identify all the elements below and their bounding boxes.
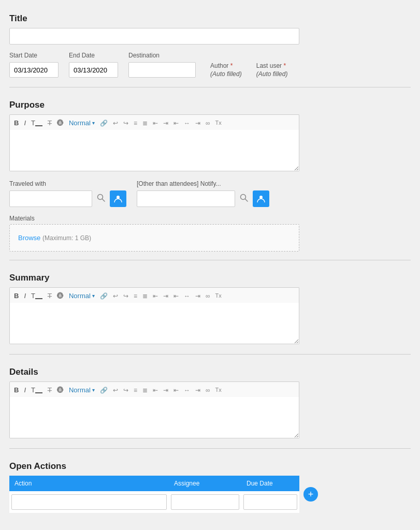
details-indent-increase-btn[interactable]: ⇥: [161, 386, 170, 394]
last-user-field: Last user * (Auto filled): [256, 62, 288, 78]
action-col-header: Action: [9, 476, 169, 491]
details-editor: B I T T̶ 🅐 Normal ▾ 🔗 ↩ ↪ ≡ ≣ ⇤ ⇥: [9, 381, 299, 440]
purpose-toolbar-buttons: B I T T̶ 🅐 Normal ▾ 🔗 ↩ ↪ ≡ ≣ ⇤ ⇥: [10, 115, 299, 130]
open-actions-label: Open Actions: [9, 457, 411, 472]
start-date-input[interactable]: [9, 62, 59, 78]
divider-2: [9, 260, 411, 260]
details-underline-btn[interactable]: T: [29, 386, 45, 394]
list-ol-btn[interactable]: ≣: [140, 119, 150, 127]
summary-underline-btn[interactable]: T: [29, 291, 45, 300]
summary-strikethrough-btn[interactable]: T̶: [46, 291, 54, 300]
details-italic-btn[interactable]: I: [22, 386, 28, 394]
summary-list-ol-btn[interactable]: ≣: [140, 292, 150, 300]
summary-normal-dropdown[interactable]: Normal ▾: [67, 291, 97, 301]
normal-dropdown[interactable]: Normal ▾: [67, 118, 97, 128]
purpose-toolbar: B I T T̶ 🅐 Normal ▾ 🔗 ↩ ↪ ≡ ≣ ⇤ ⇥: [9, 114, 299, 130]
details-link-btn[interactable]: 🔗: [98, 386, 110, 394]
align-right-btn[interactable]: ⇥: [193, 119, 202, 127]
align-left-btn[interactable]: ⇤: [171, 119, 181, 127]
details-normal-dropdown[interactable]: Normal ▾: [67, 385, 97, 395]
destination-input[interactable]: [128, 62, 196, 78]
summary-italic-btn[interactable]: I: [22, 291, 28, 300]
title-section: Title: [9, 9, 411, 45]
notify-person-btn[interactable]: [253, 190, 269, 207]
notify-input[interactable]: [137, 190, 235, 207]
end-date-input[interactable]: [69, 62, 118, 78]
summary-align-left-btn[interactable]: ⇤: [171, 292, 181, 300]
summary-section-label: Summary: [9, 269, 411, 283]
assignee-input[interactable]: [171, 494, 239, 510]
bold-btn[interactable]: B: [12, 119, 21, 127]
details-list-ol-btn[interactable]: ≣: [140, 386, 150, 394]
browse-btn[interactable]: Browse: [18, 234, 40, 242]
traveled-with-input[interactable]: [9, 190, 92, 207]
indent-increase-btn[interactable]: ⇥: [161, 119, 170, 127]
align-center-btn[interactable]: ↔: [182, 119, 192, 127]
summary-align-right-btn[interactable]: ⇥: [193, 292, 202, 300]
traveled-with-input-row: [9, 190, 126, 207]
add-action-row-btn[interactable]: +: [303, 487, 318, 502]
author-label: Author *: [210, 62, 242, 69]
details-bold-btn[interactable]: B: [12, 386, 21, 394]
summary-indent-decrease-btn[interactable]: ⇤: [151, 292, 160, 300]
details-align-center-btn[interactable]: ↔: [182, 386, 192, 394]
divider-4: [9, 448, 411, 449]
summary-link-btn[interactable]: 🔗: [98, 292, 110, 300]
actions-table-header-row: Action Assignee Due Date: [9, 476, 299, 491]
details-special-chars-btn[interactable]: ∞: [204, 386, 212, 394]
start-date-label: Start Date: [9, 52, 59, 59]
person-icon: [113, 194, 123, 203]
summary-special-chars-btn[interactable]: ∞: [204, 292, 212, 300]
notify-label: [Other than attendees] Notify...: [137, 180, 269, 187]
details-section: Details B I T T̶ 🅐 Normal ▾ 🔗 ↩ ↪ ≡: [9, 363, 411, 440]
summary-clear-format-btn[interactable]: Tx: [213, 292, 223, 300]
italic-btn[interactable]: I: [22, 119, 28, 127]
summary-undo-btn[interactable]: ↩: [111, 292, 120, 300]
end-date-label: End Date: [69, 52, 118, 59]
strikethrough-btn[interactable]: T̶: [46, 119, 54, 127]
action-input[interactable]: [11, 494, 167, 510]
details-redo-btn[interactable]: ↪: [121, 386, 131, 394]
summary-bold-btn[interactable]: B: [12, 291, 21, 300]
assignee-cell: [169, 491, 241, 513]
end-date-field: End Date: [69, 52, 118, 78]
summary-indent-increase-btn[interactable]: ⇥: [161, 292, 170, 300]
details-indent-decrease-btn[interactable]: ⇤: [151, 386, 160, 394]
redo-btn[interactable]: ↪: [121, 119, 131, 127]
details-align-right-btn[interactable]: ⇥: [193, 386, 202, 394]
last-user-label: Last user *: [256, 62, 288, 69]
details-list-ul-btn[interactable]: ≡: [132, 386, 139, 394]
details-textarea[interactable]: [9, 397, 299, 438]
font-color-btn[interactable]: 🅐: [55, 119, 66, 127]
title-input[interactable]: [9, 28, 299, 45]
summary-align-center-btn[interactable]: ↔: [182, 292, 192, 300]
details-toolbar-buttons: B I T T̶ 🅐 Normal ▾ 🔗 ↩ ↪ ≡ ≣ ⇤ ⇥: [10, 382, 299, 397]
details-strikethrough-btn[interactable]: T̶: [46, 386, 54, 394]
list-ul-btn[interactable]: ≡: [132, 119, 139, 127]
summary-redo-btn[interactable]: ↪: [121, 292, 131, 300]
details-align-left-btn[interactable]: ⇤: [171, 386, 181, 394]
details-undo-btn[interactable]: ↩: [111, 386, 120, 394]
details-clear-format-btn[interactable]: Tx: [213, 386, 223, 394]
special-chars-btn[interactable]: ∞: [204, 119, 212, 127]
indent-decrease-btn[interactable]: ⇤: [151, 119, 160, 127]
due-date-input[interactable]: [243, 494, 297, 510]
summary-editor: B I T T̶ 🅐 Normal ▾ 🔗 ↩ ↪ ≡ ≣ ⇤ ⇥: [9, 287, 299, 346]
summary-list-ul-btn[interactable]: ≡: [132, 292, 139, 300]
traveled-with-person-btn[interactable]: [110, 190, 126, 207]
traveled-with-search-btn[interactable]: [95, 192, 107, 205]
summary-font-color-btn[interactable]: 🅐: [55, 291, 66, 300]
notify-search-btn[interactable]: [238, 192, 250, 205]
undo-btn[interactable]: ↩: [111, 119, 120, 127]
summary-textarea[interactable]: [9, 303, 299, 344]
underline-btn[interactable]: T: [29, 119, 45, 127]
details-section-label: Details: [9, 363, 411, 377]
svg-point-2: [117, 196, 120, 199]
due-date-cell: [241, 491, 299, 513]
clear-format-btn[interactable]: Tx: [213, 119, 223, 127]
page-container: Title Start Date End Date Destination Au…: [0, 0, 420, 530]
svg-point-5: [259, 196, 263, 199]
purpose-textarea[interactable]: [9, 130, 299, 171]
link-btn[interactable]: 🔗: [98, 119, 110, 127]
details-font-color-btn[interactable]: 🅐: [55, 386, 66, 394]
